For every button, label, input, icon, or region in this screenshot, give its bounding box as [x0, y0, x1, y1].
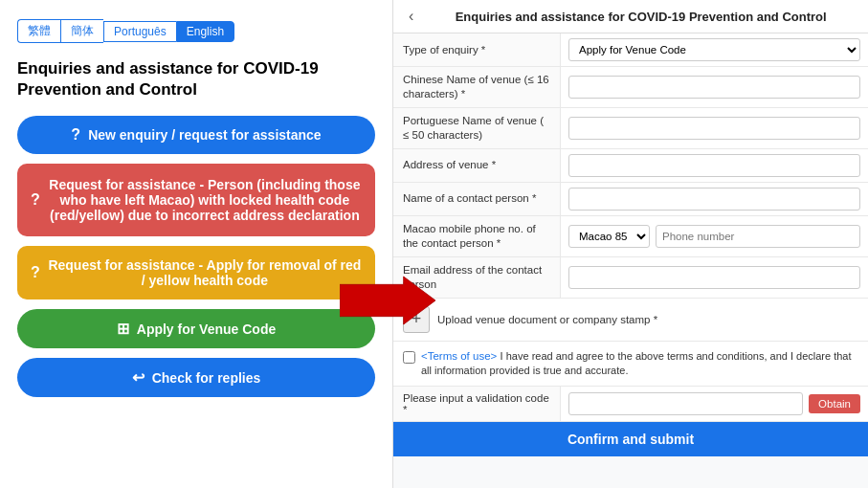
phone-row: Macao mobile phone no. of the contact pe…: [393, 216, 868, 257]
svg-marker-0: [340, 277, 435, 324]
terms-checkbox[interactable]: [403, 351, 415, 364]
terms-link[interactable]: <Terms of use>: [421, 350, 497, 362]
help-icon-2: ?: [31, 191, 40, 209]
right-panel-title: Enquiries and assistance for COVID-19 Pr…: [425, 10, 857, 24]
address-value: [561, 149, 868, 182]
email-input[interactable]: [568, 266, 860, 289]
contact-name-input[interactable]: [568, 188, 860, 211]
new-enquiry-button[interactable]: ? New enquiry / request for assistance: [17, 116, 375, 154]
upload-label: Upload venue document or company stamp *: [437, 314, 657, 325]
validation-row: Please input a validation code * Obtain: [393, 387, 868, 422]
reply-icon: ↩: [132, 368, 145, 387]
chinese-name-value: [561, 67, 868, 107]
venue-code-button[interactable]: ⊞ Apply for Venue Code: [17, 309, 375, 348]
lang-portuguese[interactable]: Português: [103, 21, 176, 42]
submit-button[interactable]: Confirm and submit: [393, 422, 868, 456]
enquiry-type-row: Type of enquiry * Apply for Venue Code: [393, 33, 868, 67]
request-person-button[interactable]: ? Request for assistance - Person (inclu…: [17, 164, 375, 236]
form-area: Type of enquiry * Apply for Venue Code C…: [393, 33, 868, 488]
help-icon-3: ?: [31, 264, 40, 281]
enquiry-type-label: Type of enquiry *: [393, 33, 561, 66]
right-panel: ‹ Enquiries and assistance for COVID-19 …: [392, 0, 868, 488]
chinese-name-input[interactable]: [568, 76, 860, 99]
address-label: Address of venue *: [393, 149, 561, 182]
enquiry-type-value: Apply for Venue Code: [561, 33, 868, 66]
contact-name-label: Name of a contact person *: [393, 183, 561, 215]
chinese-name-row: Chinese Name of venue (≤ 16 characters) …: [393, 67, 868, 108]
lang-english[interactable]: English: [176, 21, 234, 42]
portuguese-name-input[interactable]: [568, 117, 860, 140]
phone-input[interactable]: [656, 225, 860, 248]
validation-value: Obtain: [561, 387, 868, 421]
phone-value: Macao 853: [561, 216, 868, 256]
lang-traditional[interactable]: 繁體: [17, 19, 60, 43]
email-value: [561, 257, 868, 298]
enquiry-type-select[interactable]: Apply for Venue Code: [568, 38, 860, 61]
back-button[interactable]: ‹: [405, 8, 417, 25]
contact-name-row: Name of a contact person *: [393, 183, 868, 216]
language-bar: 繁體 簡体 Português English: [17, 19, 375, 43]
upload-row: + Upload venue document or company stamp…: [393, 299, 868, 342]
phone-label: Macao mobile phone no. of the contact pe…: [393, 216, 561, 256]
address-input[interactable]: [568, 154, 860, 177]
email-row: Email address of the contact person: [393, 257, 868, 299]
phone-country-select[interactable]: Macao 853: [568, 225, 650, 248]
chinese-name-label: Chinese Name of venue (≤ 16 characters) …: [393, 67, 561, 107]
request-removal-button[interactable]: ? Request for assistance - Apply for rem…: [17, 246, 375, 299]
portuguese-name-label: Portuguese Name of venue ( ≤ 50 characte…: [393, 108, 561, 148]
page-title: Enquiries and assistance for COVID-19 Pr…: [17, 58, 375, 100]
terms-row: <Terms of use> I have read and agree to …: [393, 342, 868, 388]
validation-label: Please input a validation code *: [393, 387, 561, 421]
right-header: ‹ Enquiries and assistance for COVID-19 …: [393, 0, 868, 33]
check-replies-button[interactable]: ↩ Check for replies: [17, 358, 375, 397]
address-row: Address of venue *: [393, 149, 868, 183]
portuguese-name-value: [561, 108, 868, 148]
obtain-button[interactable]: Obtain: [809, 394, 860, 413]
grid-icon: ⊞: [117, 320, 129, 338]
validation-input[interactable]: [568, 392, 803, 415]
arrow-indicator: [340, 272, 435, 333]
lang-simplified[interactable]: 簡体: [60, 19, 103, 43]
help-icon: ?: [71, 126, 80, 144]
portuguese-name-row: Portuguese Name of venue ( ≤ 50 characte…: [393, 108, 868, 149]
contact-name-value: [561, 183, 868, 215]
